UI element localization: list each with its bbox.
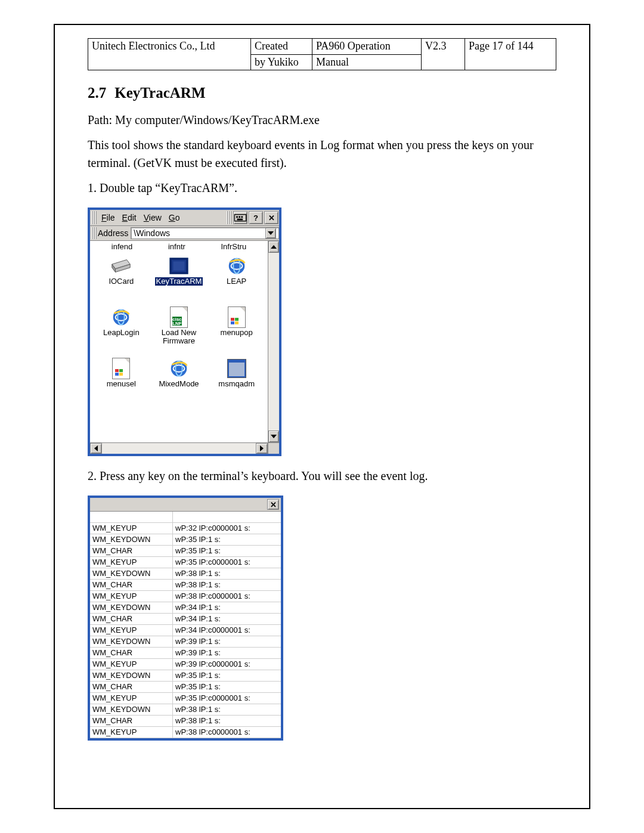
log-event: WM_KEYUP: [90, 523, 173, 534]
log-titlebar: ✕: [90, 498, 281, 512]
partial-row-labels: infend infntr InfrStru: [90, 241, 268, 251]
scroll-right-icon[interactable]: [256, 443, 268, 454]
log-event: WM_KEYDOWN: [90, 602, 173, 614]
file-icon[interactable]: LeapLogin: [92, 305, 150, 355]
file-label: LEAP: [227, 277, 246, 286]
address-input[interactable]: \Windows: [131, 227, 279, 239]
close-icon[interactable]: ✕: [267, 499, 279, 510]
svg-rect-4: [237, 218, 243, 220]
file-label: Load New Firmware: [155, 329, 203, 345]
address-value: \Windows: [134, 228, 170, 239]
section-heading: 2.7KeyTracARM: [88, 85, 556, 101]
docwin-icon: [110, 358, 132, 379]
log-params: wP:32 lP:c0000001 s:: [173, 523, 281, 534]
event-log-table: WM_KEYUPwP:32 lP:c0000001 s:WM_KEYDOWNwP…: [90, 512, 281, 738]
vertical-scrollbar[interactable]: [268, 241, 279, 442]
log-params: wP:34 lP:1 s:: [173, 602, 281, 614]
hdr-page: Page 17 of 144: [465, 39, 556, 70]
table-row: WM_KEYUPwP:38 lP:c0000001 s:: [90, 727, 281, 738]
svg-rect-16: [235, 318, 239, 321]
file-icon[interactable]: ciscoLNF Load New Firmware: [150, 305, 208, 355]
menu-go[interactable]: Go: [165, 212, 184, 224]
log-params: wP:38 lP:c0000001 s:: [173, 727, 281, 738]
scroll-left-icon[interactable]: [90, 443, 102, 454]
table-row: WM_KEYDOWNwP:34 lP:1 s:: [90, 602, 281, 614]
file-label: MixedMode: [159, 380, 199, 388]
file-label: menupop: [221, 329, 253, 337]
log-params: wP:39 lP:1 s:: [173, 636, 281, 648]
scrollbar-corner: [268, 443, 279, 454]
file-icon[interactable]: KeyTracARM: [150, 253, 208, 304]
file-icon[interactable]: IOCard: [92, 253, 150, 304]
section-title-text: KeyTracARM: [114, 85, 205, 101]
file-label: KeyTracARM: [155, 277, 203, 286]
table-row: WM_KEYDOWNwP:38 lP:1 s:: [90, 704, 281, 716]
step-1: 1. Double tap “KeyTracARM”.: [88, 179, 556, 197]
log-params: wP:35 lP:1 s:: [173, 670, 281, 682]
log-params: wP:38 lP:1 s:: [173, 716, 281, 727]
log-params: wP:35 lP:1 s:: [173, 534, 281, 546]
menu-view[interactable]: View: [140, 212, 165, 224]
docwin-icon: [225, 307, 248, 327]
table-row: [90, 512, 281, 523]
svg-rect-2: [239, 216, 240, 218]
step-2: 2. Press any key on the terminal’s keybo…: [88, 467, 556, 485]
log-event: WM_CHAR: [90, 648, 173, 659]
log-event: WM_CHAR: [90, 546, 173, 557]
log-params: wP:35 lP:1 s:: [173, 682, 281, 693]
log-event: WM_KEYDOWN: [90, 568, 173, 580]
menu-edit[interactable]: Edit: [119, 212, 140, 224]
file-icon[interactable]: msmqadm: [208, 356, 265, 406]
svg-rect-15: [231, 318, 234, 321]
table-row: WM_KEYDOWNwP:35 lP:1 s:: [90, 534, 281, 546]
log-event: [90, 512, 173, 523]
gripper-icon: [92, 227, 97, 239]
table-row: WM_KEYUPwP:35 lP:c0000001 s:: [90, 693, 281, 704]
dropdown-icon[interactable]: [265, 228, 276, 239]
exe-icon: [168, 256, 190, 276]
svg-rect-21: [115, 373, 119, 376]
explorer-client-area[interactable]: infend infntr InfrStru IOCard KeyTracARM…: [90, 241, 268, 442]
list-item-label: infntr: [168, 242, 185, 251]
menu-file[interactable]: File: [98, 212, 119, 224]
log-event: WM_KEYDOWN: [90, 704, 173, 716]
gripper-icon: [227, 211, 231, 224]
log-event: WM_KEYUP: [90, 727, 173, 738]
svg-rect-18: [235, 321, 239, 324]
file-label: menusel: [107, 380, 136, 388]
log-event: WM_KEYDOWN: [90, 534, 173, 546]
log-params: wP:38 lP:1 s:: [173, 568, 281, 580]
log-params: wP:39 lP:1 s:: [173, 648, 281, 659]
table-row: WM_CHARwP:35 lP:1 s:: [90, 546, 281, 557]
close-icon[interactable]: ✕: [264, 211, 278, 224]
svg-rect-19: [115, 369, 119, 372]
log-event: WM_KEYUP: [90, 557, 173, 568]
scroll-track[interactable]: [268, 253, 279, 431]
ie-icon: [168, 358, 190, 379]
scroll-track[interactable]: [102, 443, 256, 454]
table-row: WM_KEYUPwP:39 lP:c0000001 s:: [90, 659, 281, 670]
scroll-down-icon[interactable]: [268, 431, 279, 442]
doc-header-table: Unitech Electronics Co., Ltd Created PA9…: [88, 38, 556, 70]
log-params: wP:35 lP:c0000001 s:: [173, 557, 281, 568]
table-row: WM_KEYDOWNwP:35 lP:1 s:: [90, 670, 281, 682]
log-params: wP:35 lP:c0000001 s:: [173, 693, 281, 704]
table-row: WM_CHARwP:35 lP:1 s:: [90, 682, 281, 693]
horizontal-scrollbar[interactable]: [90, 442, 279, 454]
hdr-manual-l2: Manual: [312, 54, 422, 70]
lnf-icon: ciscoLNF: [168, 307, 190, 327]
file-icon[interactable]: menusel: [92, 356, 150, 406]
log-event: WM_CHAR: [90, 580, 173, 591]
help-icon[interactable]: ?: [249, 211, 263, 224]
ie-icon: [110, 307, 132, 327]
keyboard-icon[interactable]: [233, 211, 247, 224]
log-event: WM_KEYDOWN: [90, 636, 173, 648]
log-params: wP:34 lP:1 s:: [173, 614, 281, 625]
file-icon[interactable]: MixedMode: [150, 356, 208, 406]
file-icon[interactable]: menupop: [208, 305, 265, 355]
path-line: Path: My computer/Windows/KeyTracARM.exe: [88, 111, 556, 129]
log-params: wP:39 lP:c0000001 s:: [173, 659, 281, 670]
file-icon[interactable]: LEAP: [208, 253, 265, 304]
scroll-up-icon[interactable]: [268, 241, 279, 253]
hdr-created-l2: by Yukiko: [251, 54, 312, 70]
